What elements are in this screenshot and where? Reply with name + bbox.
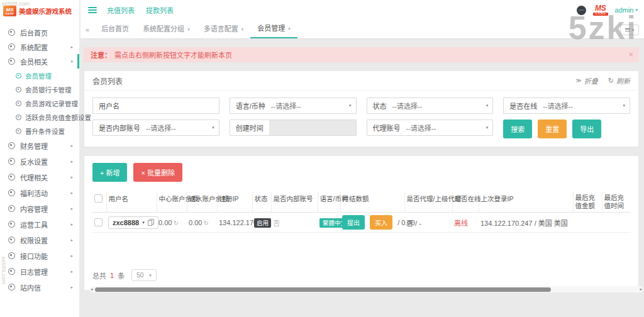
row-checkbox[interactable] [94,218,103,226]
menu-circle-icon [16,101,21,106]
caret-down-icon [288,19,291,38]
sidebar-item-api[interactable]: 接口功能 [0,248,79,264]
app-title: 美盛娱乐游戏系统 [19,6,72,16]
search-button[interactable]: 搜索 [503,120,532,138]
export-button[interactable]: 导出 [572,120,601,138]
internal-filter-group: 是否内部账号 --请选择-- [92,120,219,136]
alert-text: 需点击右侧刷新按钮文字才能刷新本页 [114,50,232,60]
sidebar-item-welfare[interactable]: 福利活动 [0,185,79,201]
sidebar-item-system-config[interactable]: 系统配置 [0,40,79,54]
tab-dashboard[interactable]: 后台首页 [94,20,136,38]
language-select[interactable]: --请选择-- [271,98,356,113]
batch-delete-button[interactable]: × 批量删除 [133,163,182,182]
sidebar-subitem-recharge-amount[interactable]: 活跃会员充值金额设置 [0,110,79,124]
menu-circle-icon [8,43,15,50]
refresh-balance-icon[interactable] [173,220,178,226]
add-button[interactable]: + 新增 [92,163,127,182]
sidebar-item-agent[interactable]: 代理相关 [0,169,79,185]
watermark-top-left: xe589.com [2,1,30,7]
scroll-left-arrow[interactable] [91,287,93,292]
last-login-ip-cell: 134.122.170.247 / 美国 美国 [479,213,573,233]
reset-button[interactable]: 重置 [538,120,567,138]
sidebar-item-member[interactable]: 会员相关 [0,54,79,69]
caret-down-icon [212,125,214,130]
caret-down-icon [187,20,190,38]
tab-multilanguage-config[interactable]: 多语言配置 [197,20,251,38]
nav-withdraw-list[interactable]: 提款列表 [146,5,174,15]
close-icon[interactable] [628,50,633,59]
agent-select[interactable]: --请选择-- [406,120,493,135]
menu-circle-icon [8,142,15,149]
col-internal: 是否内部账号 [271,191,318,213]
language-globe-icon[interactable] [577,6,586,15]
withdraw-button[interactable]: 提出 [342,215,365,230]
sidebar-item-permission[interactable]: 权限设置 [0,232,79,248]
total-count: 1 [110,272,114,279]
tab-options-button[interactable] [620,25,639,35]
sidebar-subitem-member-manage[interactable]: 会员管理 [0,69,79,82]
menu-circle-icon [8,236,15,243]
sidebar-subitem-bank-card[interactable]: 会员银行卡管理 [0,82,79,96]
member-table-panel: + 新增 × 批量删除 用户名 中心账 [84,155,639,291]
table-row: zxc8888 0.00 0.00 134.122.1 [92,213,630,233]
scroll-right-arrow[interactable] [640,287,642,292]
tab-system-config-group[interactable]: 系统配置分组 [136,20,197,38]
collapse-button[interactable]: 折叠 [575,75,597,86]
sidebar-item-log[interactable]: 日志管理 [0,264,79,279]
col-last-login-ip: 上次登录IP [479,191,573,213]
sidebar-item-dashboard[interactable]: 后台首页 [0,25,79,40]
caret-down-icon [242,20,244,38]
menu-circle-icon [8,268,15,275]
caret-down-icon [349,103,352,108]
copy-icon[interactable] [148,219,154,226]
tabs-back-icon[interactable] [86,26,89,33]
chevron-right-icon [70,175,73,180]
username-input[interactable] [125,98,219,113]
nav-recharge-list[interactable]: 充值列表 [107,5,135,15]
page-size-select[interactable]: 50 [131,269,157,281]
horizontal-scrollbar [90,286,643,292]
caret-down-icon [632,28,635,33]
sidebar-submenu: 会员管理 会员银行卡管理 会员游戏记录管理 活跃会员充值金额设置 晋升条件设置 [0,69,79,138]
table-header-row: 用户名 中心账户余额 返水账户余额 注册IP 状态 是否内部账号 语言/币种 月… [92,191,630,213]
online-select[interactable]: --请选择-- [543,98,630,113]
tab-member-manage[interactable]: 会员管理 [250,20,297,38]
sidebar-item-operation-tools[interactable]: 运营工具 [0,216,79,232]
refresh-balance-icon[interactable] [203,220,208,226]
col-online: 是否在线 [452,191,479,213]
buyin-button[interactable]: 买入 [370,215,392,230]
menu-circle-icon [16,73,21,79]
col-status: 状态 [252,191,271,213]
caret-down-icon [486,125,489,130]
sidebar-item-rebate[interactable]: 反水设置 [0,153,79,169]
status-select[interactable]: --请选择-- [392,98,493,113]
chevron-right-icon [70,206,73,211]
sidebar-item-message[interactable]: 站内信 [0,279,79,295]
chevron-right-icon [70,222,73,227]
created-time-filter-group: 创建时间 [230,120,357,136]
scrollbar-thumb[interactable] [95,287,551,292]
sidebar-subitem-game-record[interactable]: 会员游戏记录管理 [0,96,79,110]
col-last-recharge-amount: 最后充值金额 [573,191,602,213]
col-agent: 是否代理/上级代理 [404,191,452,213]
select-all-checkbox[interactable] [94,194,103,203]
username-dropdown[interactable]: zxc8888 [108,216,158,229]
sidebar-item-content[interactable]: 内容管理 [0,201,79,216]
sidebar-subitem-promotion[interactable]: 晋升条件设置 [0,124,79,138]
col-monthly: 月结数额 [340,191,404,213]
chevron-down-icon [70,59,73,64]
username-filter-group: 用户名 [92,97,219,114]
chevron-right-icon [70,191,73,196]
col-language: 语言/币种 [318,191,340,213]
sidebar-item-finance[interactable]: 财务管理 [0,138,79,153]
menu-circle-icon [16,128,21,134]
menu-circle-icon [8,284,15,291]
col-center-balance: 中心账户余额 [157,191,187,213]
last-recharge-amount-cell [573,213,602,233]
refresh-button[interactable]: 刷新 [608,75,630,86]
hamburger-icon[interactable] [88,7,97,13]
register-ip-cell: 134.122.170.247 [217,213,252,233]
admin-dropdown[interactable]: admin [615,6,638,14]
internal-select[interactable]: --请选择-- [146,120,219,135]
created-time-input[interactable] [269,120,356,135]
